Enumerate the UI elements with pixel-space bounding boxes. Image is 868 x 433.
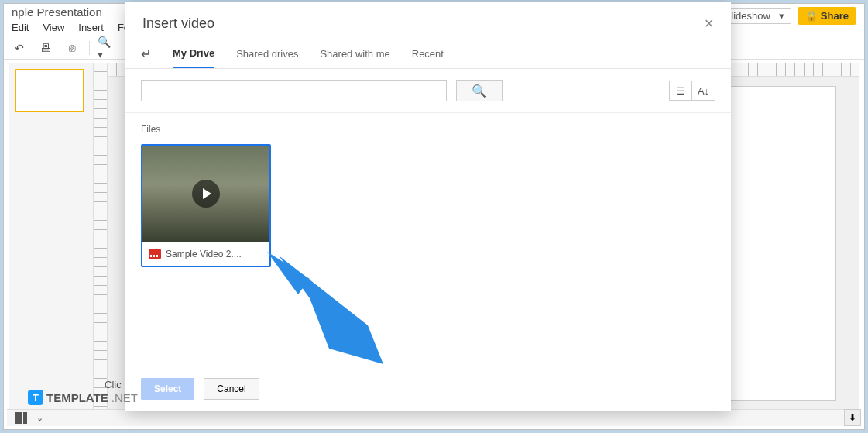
- chevron-down-icon[interactable]: ⌄: [36, 413, 43, 423]
- watermark: T TEMPLATE.NET: [28, 390, 138, 405]
- print-icon[interactable]: 🖶: [36, 39, 55, 57]
- modal-body: Files Sample Video 2....: [125, 113, 731, 366]
- grid-view-icon[interactable]: [15, 412, 27, 424]
- click-hint: Clic: [105, 379, 122, 390]
- modal-title-text: Insert video: [142, 15, 214, 32]
- search-input[interactable]: [141, 80, 447, 101]
- paint-icon[interactable]: ⎚: [63, 39, 81, 57]
- tab-recent[interactable]: Recent: [412, 40, 444, 67]
- view-toggle: ☰ A↓: [669, 81, 715, 101]
- list-view-icon[interactable]: ☰: [669, 81, 692, 101]
- zoom-icon[interactable]: 🔍 ▾: [98, 39, 116, 57]
- files-heading: Files: [141, 124, 715, 135]
- select-button[interactable]: Select: [141, 378, 194, 400]
- undo-icon[interactable]: ↶: [10, 39, 29, 57]
- share-label: Share: [821, 10, 849, 22]
- menu-insert[interactable]: Insert: [78, 22, 104, 33]
- back-arrow-icon[interactable]: ↵: [141, 46, 151, 61]
- video-file-icon: [149, 249, 161, 259]
- tab-my-drive[interactable]: My Drive: [173, 40, 214, 68]
- bottom-bar: ⌄: [7, 409, 861, 426]
- separator: [89, 41, 90, 55]
- modal-tabs: ↵ My Drive Shared drives Shared with me …: [125, 40, 731, 69]
- ruler-vertical: [94, 63, 108, 424]
- modal-searchbar: 🔍 ☰ A↓: [125, 69, 731, 113]
- menu-view[interactable]: View: [43, 22, 64, 33]
- slideshow-label: Slideshow: [725, 10, 770, 22]
- file-footer: Sample Video 2....: [142, 242, 269, 266]
- slide-panel: [9, 63, 94, 424]
- tab-shared-drives[interactable]: Shared drives: [236, 40, 298, 67]
- lock-icon: 🔒: [805, 10, 818, 22]
- close-icon[interactable]: ✕: [704, 16, 714, 31]
- tab-shared-with-me[interactable]: Shared with me: [320, 40, 389, 67]
- download-corner-icon[interactable]: ⬇: [844, 409, 861, 426]
- file-card[interactable]: Sample Video 2....: [141, 144, 271, 267]
- search-button[interactable]: 🔍: [456, 80, 503, 101]
- chevron-down-icon: ▾: [774, 10, 784, 22]
- search-icon: 🔍: [472, 84, 487, 98]
- modal-footer: Select Cancel: [125, 366, 731, 411]
- play-icon: [192, 180, 220, 208]
- file-name: Sample Video 2....: [166, 249, 242, 259]
- cancel-button[interactable]: Cancel: [204, 378, 259, 400]
- watermark-icon: T: [28, 390, 43, 405]
- watermark-net: .NET: [112, 391, 138, 404]
- menu-edit[interactable]: Edit: [12, 22, 29, 33]
- file-thumbnail: [142, 146, 269, 242]
- insert-video-modal: Insert video ✕ ↵ My Drive Shared drives …: [125, 2, 731, 411]
- doc-title: nple Presentation: [12, 5, 102, 19]
- slide-thumbnail[interactable]: [15, 69, 84, 112]
- modal-header: Insert video ✕: [125, 2, 731, 40]
- watermark-brand: TEMPLATE: [46, 391, 108, 404]
- share-button[interactable]: 🔒 Share: [798, 7, 856, 25]
- sort-icon[interactable]: A↓: [692, 81, 715, 101]
